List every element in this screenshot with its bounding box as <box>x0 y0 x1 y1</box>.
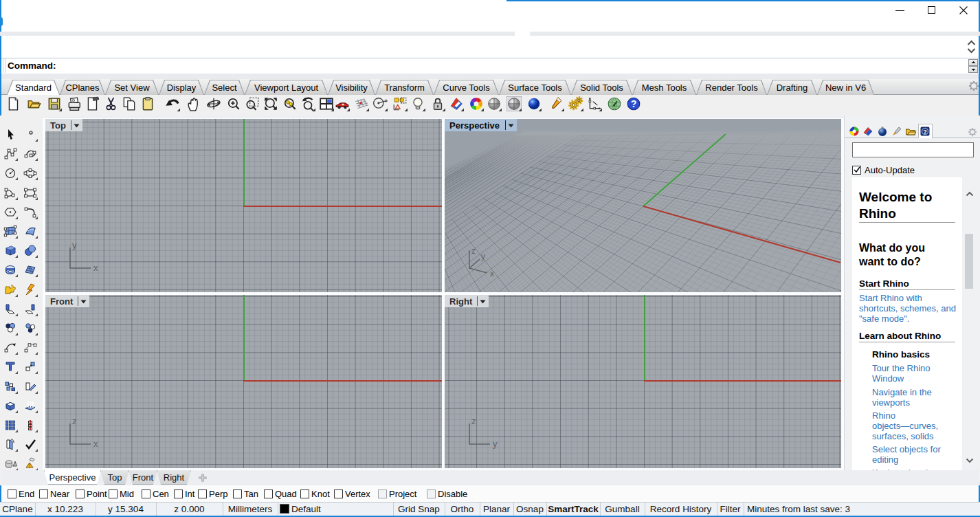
svg-text:z: z <box>471 418 476 426</box>
svg-text:x: x <box>93 439 98 449</box>
svg-text:?: ? <box>631 98 637 109</box>
svg-text:z: z <box>471 247 476 256</box>
svg-text:x: x <box>490 269 494 278</box>
svg-text:?: ? <box>923 129 927 135</box>
svg-text:y: y <box>493 439 498 449</box>
svg-text:z: z <box>72 418 77 426</box>
svg-text:x: x <box>93 263 98 273</box>
svg-text:y: y <box>481 252 485 261</box>
svg-text:y: y <box>72 242 77 250</box>
